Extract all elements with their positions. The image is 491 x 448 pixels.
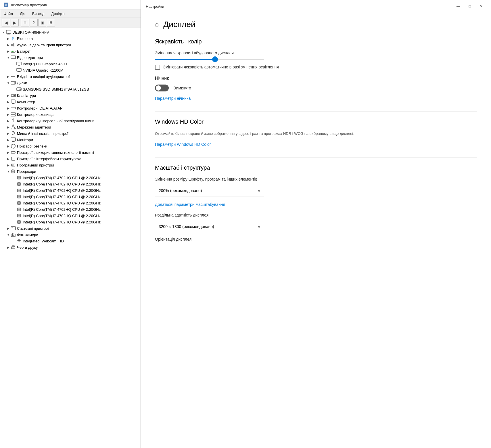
tree-disk[interactable]: ▼ Диски — [0, 80, 141, 86]
tree-memory-tech[interactable]: ▶ Пристрої з використанням технології па… — [0, 149, 141, 156]
brightness-slider-fill — [155, 59, 215, 60]
scale-advanced-link[interactable]: Додаткові параметри масштабування — [155, 202, 225, 207]
system-icon — [11, 226, 16, 231]
tree-system-devices[interactable]: ▶ Системні пристрої — [0, 225, 141, 231]
tree-software-device[interactable]: ▶ Програмний пристрій — [0, 162, 141, 168]
svg-rect-1 — [8, 33, 9, 34]
hd-color-link[interactable]: Параметри Windows HD Color — [155, 142, 211, 147]
tree-cameras[interactable]: ▼ Фотокамери — [0, 231, 141, 238]
tree-monitors[interactable]: ▶ Монітори — [0, 137, 141, 143]
help-button[interactable]: ? — [30, 19, 38, 26]
back-button[interactable]: ◀ — [2, 19, 10, 26]
mouse-label: Миша й інші вказівні пристрої — [17, 131, 68, 136]
tree-cpu-7[interactable]: Intel(R) Core(TM) i7-4702HQ CPU @ 2.20GH… — [0, 219, 141, 225]
expand-software-icon: ▶ — [6, 163, 11, 167]
tree-display-adapters[interactable]: ▼ Відеоадаптери — [0, 54, 141, 61]
scale-dropdown[interactable]: 200% (рекомендовано) ∨ — [155, 185, 264, 196]
home-icon[interactable]: ⌂ — [155, 21, 159, 28]
orientation-label: Орієнтація дисплея — [155, 237, 477, 242]
tree-security[interactable]: ▶ Пристрої безпеки — [0, 143, 141, 149]
tree-bluetooth[interactable]: ▶ ⁋ Bluetooth — [0, 35, 141, 42]
ide-icon — [11, 106, 16, 111]
night-light-link[interactable]: Параметри нічника — [155, 96, 191, 101]
expand-audio-icon: ▶ — [6, 43, 11, 47]
screen-button[interactable]: 🖥 — [47, 19, 55, 26]
resolution-dropdown[interactable]: 3200 × 1800 (рекомендовано) ∨ — [155, 221, 264, 232]
brightness-slider-track[interactable] — [155, 59, 264, 60]
tree-keyboard[interactable]: ▶ Клавіатури — [0, 92, 141, 99]
page-title: Дисплей — [163, 20, 195, 29]
scale-dropdown-arrow: ∨ — [258, 188, 260, 193]
tree-cpu-6[interactable]: Intel(R) Core(TM) i7-4702HQ CPU @ 2.20GH… — [0, 212, 141, 219]
device-tree[interactable]: ▼ DESKTOP-H9NHHFV ▶ ⁋ Bluetooth ▶ Аудіо-… — [0, 28, 141, 448]
cpu5-label: Intel(R) Core(TM) i7-4702HQ CPU @ 2.20GH… — [23, 207, 101, 212]
tree-cpu-0[interactable]: Intel(R) Core(TM) i7-4702HQ CPU @ 2.20GH… — [0, 175, 141, 181]
menu-file[interactable]: Файл — [3, 11, 14, 16]
tree-usb[interactable]: ▶ Контролери універсальної послідовної ш… — [0, 118, 141, 124]
minimize-button[interactable]: — — [453, 2, 463, 10]
expand-battery-icon: ▶ — [6, 49, 11, 53]
menu-view[interactable]: Вигляд — [31, 11, 46, 16]
monitors-label: Монітори — [17, 138, 33, 142]
auto-brightness-checkbox[interactable] — [155, 65, 160, 70]
svg-rect-0 — [6, 30, 11, 33]
svg-rect-32 — [13, 125, 14, 126]
expand-system-icon: ▶ — [6, 226, 11, 231]
tree-webcam[interactable]: Integrated_Webcam_HD — [0, 238, 141, 244]
forward-button[interactable]: ▶ — [11, 19, 19, 26]
svg-point-29 — [13, 119, 14, 120]
tree-hid[interactable]: ▶ Пристрої з інтерфейсом користувача — [0, 156, 141, 162]
tree-intel-gpu[interactable]: Intel(R) HD Graphics 4600 — [0, 61, 141, 67]
tree-cpu-2[interactable]: Intel(R) Core(TM) i7-4702HQ CPU @ 2.20GH… — [0, 187, 141, 194]
security-icon — [11, 143, 16, 149]
svg-rect-6 — [15, 51, 16, 52]
menu-bar: Файл Дія Вигляд Довідка — [0, 10, 141, 18]
expand-cpu5-icon — [12, 207, 16, 212]
audio-icon — [11, 42, 16, 47]
close-button[interactable]: ✕ — [476, 2, 486, 10]
tree-cpu-5[interactable]: Intel(R) Core(TM) i7-4702HQ CPU @ 2.20GH… — [0, 206, 141, 212]
night-light-title: Нічник — [155, 76, 477, 81]
ssd-icon — [16, 87, 22, 92]
expand-usb-icon: ▶ — [6, 118, 11, 123]
webcam-icon — [16, 238, 22, 244]
tree-nvidia-gpu[interactable]: NVIDIA Quadro K1100M — [0, 67, 141, 73]
tree-mouse[interactable]: ▶ Миша й інші вказівні пристрої — [0, 130, 141, 137]
ssd-label: SAMSUNG SSD SM841 mSATA 512GB — [23, 87, 89, 91]
svg-rect-28 — [11, 115, 16, 116]
tree-computer[interactable]: ▶ Комп'ютер — [0, 99, 141, 105]
tree-ide[interactable]: ▶ Контролери IDE ATA/ATAPI — [0, 105, 141, 111]
svg-rect-2 — [7, 34, 10, 35]
processors-label: Процесори — [17, 169, 36, 174]
settings-titlebar: Настройки — □ ✕ — [141, 0, 491, 13]
tree-network[interactable]: ▶ Мережеві адаптери — [0, 124, 141, 130]
maximize-button[interactable]: □ — [465, 2, 475, 10]
tree-battery[interactable]: ▶ Батареї — [0, 48, 141, 54]
usb-icon — [11, 118, 16, 123]
cameras-label: Фотокамери — [17, 233, 38, 237]
tree-processors[interactable]: ▼ Процесори — [0, 168, 141, 175]
menu-help[interactable]: Довідка — [50, 11, 66, 16]
tree-print-queues[interactable]: ▶ Черги друку — [0, 244, 141, 250]
update-button[interactable]: ▣ — [38, 19, 46, 26]
system-devices-label: Системні пристрої — [17, 226, 49, 231]
night-light-toggle[interactable] — [155, 85, 169, 91]
svg-rect-33 — [11, 128, 12, 129]
battery-label: Батареї — [17, 49, 30, 53]
properties-button[interactable]: ⊞ — [21, 19, 29, 26]
tree-cpu-4[interactable]: Intel(R) Core(TM) i7-4702HQ CPU @ 2.20GH… — [0, 200, 141, 206]
svg-rect-14 — [11, 76, 15, 77]
section-divider-1 — [155, 111, 477, 112]
tree-root[interactable]: ▼ DESKTOP-H9NHHFV — [0, 29, 141, 35]
tree-audio[interactable]: ▶ Аудіо-, відео- та ігрові пристрої — [0, 42, 141, 48]
menu-action[interactable]: Дія — [19, 11, 26, 16]
tree-ssd[interactable]: SAMSUNG SSD SM841 mSATA 512GB — [0, 86, 141, 92]
audio-io-icon — [11, 74, 16, 79]
tree-storage-ctrl[interactable]: ▶ Контролери сховища — [0, 111, 141, 118]
scale-label: Змінення розміру шрифту, програм та інши… — [155, 177, 477, 181]
tree-cpu-3[interactable]: Intel(R) Core(TM) i7-4702HQ CPU @ 2.20GH… — [0, 194, 141, 200]
brightness-slider-thumb[interactable] — [212, 56, 218, 62]
tree-audio-io[interactable]: ▶ Вхідні та вихідні аудіопристрої — [0, 73, 141, 80]
tree-cpu-1[interactable]: Intel(R) Core(TM) i7-4702HQ CPU @ 2.20GH… — [0, 181, 141, 187]
intel-gpu-label: Intel(R) HD Graphics 4600 — [23, 62, 67, 66]
